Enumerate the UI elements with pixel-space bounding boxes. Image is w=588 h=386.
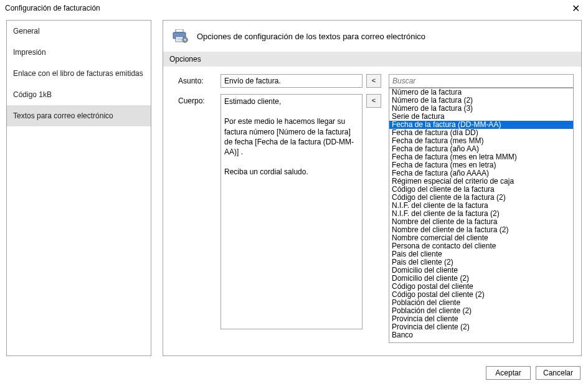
dialog-buttons: Aceptar Cancelar bbox=[0, 360, 588, 386]
main-panel: Opciones de configuración de los textos … bbox=[163, 20, 582, 356]
insert-cuerpo-button[interactable]: < bbox=[366, 94, 381, 108]
fields-column: Número de la facturaNúmero de la factura… bbox=[389, 74, 574, 343]
asunto-label: Asunto: bbox=[178, 74, 217, 88]
list-item[interactable]: Banco bbox=[389, 331, 573, 339]
sidebar-item-codigo1kb[interactable]: Código 1kB bbox=[7, 84, 151, 105]
printer-gear-icon bbox=[172, 29, 188, 43]
section-header: Opciones bbox=[163, 52, 581, 67]
panel-title: Opciones de configuración de los textos … bbox=[197, 32, 425, 41]
sidebar-item-general[interactable]: General bbox=[7, 21, 151, 42]
panel-header: Opciones de configuración de los textos … bbox=[163, 21, 581, 52]
sidebar-item-textos-correo[interactable]: Textos para correo electrónico bbox=[7, 105, 151, 126]
sidebar-item-impresion[interactable]: Impresión bbox=[7, 42, 151, 63]
title-bar: Configuración de facturación ✕ bbox=[0, 0, 588, 16]
search-input[interactable] bbox=[389, 74, 574, 88]
fields-listbox[interactable]: Número de la facturaNúmero de la factura… bbox=[389, 88, 574, 343]
dialog-content: General Impresión Enlace con el libro de… bbox=[0, 16, 588, 356]
form-area: Asunto: < Cuerpo: < Número de la factura… bbox=[163, 67, 581, 343]
cancel-button[interactable]: Cancelar bbox=[536, 366, 581, 380]
list-item[interactable]: Provincia del cliente (2) bbox=[389, 323, 573, 331]
asunto-input[interactable] bbox=[220, 74, 363, 88]
left-form: Asunto: < Cuerpo: < bbox=[178, 74, 384, 343]
sidebar-item-enlace[interactable]: Enlace con el libro de facturas emitidas bbox=[7, 63, 151, 84]
svg-rect-0 bbox=[176, 29, 183, 32]
cuerpo-textarea[interactable] bbox=[220, 94, 363, 329]
svg-point-6 bbox=[184, 39, 186, 41]
accept-button[interactable]: Aceptar bbox=[486, 366, 531, 380]
svg-rect-2 bbox=[176, 37, 183, 42]
insert-asunto-button[interactable]: < bbox=[366, 74, 381, 88]
window-title: Configuración de facturación bbox=[5, 4, 100, 12]
category-sidebar: General Impresión Enlace con el libro de… bbox=[6, 20, 151, 356]
close-icon[interactable]: ✕ bbox=[568, 2, 583, 14]
cuerpo-label: Cuerpo: bbox=[178, 94, 217, 329]
